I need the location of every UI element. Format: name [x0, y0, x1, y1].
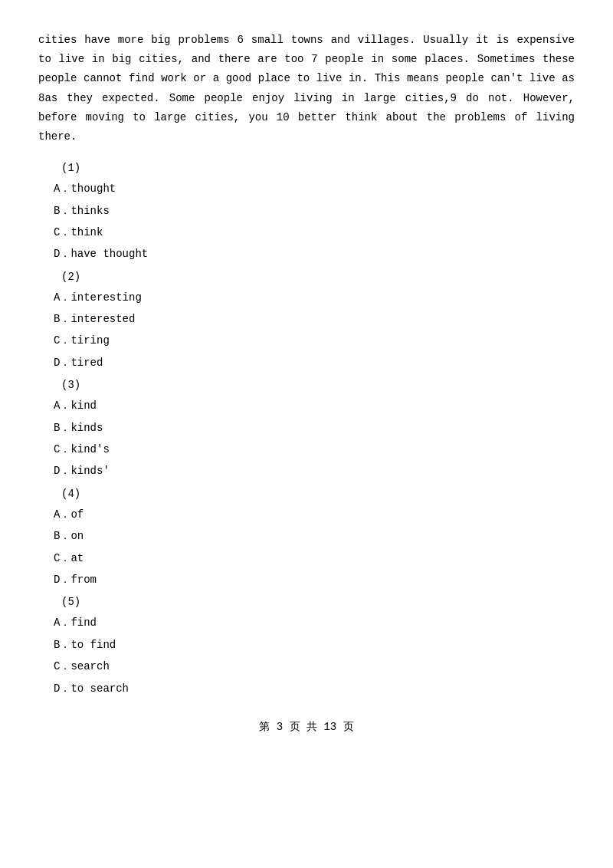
question-3-option-3[interactable]: C．kind's	[54, 441, 575, 458]
question-4-option-2[interactable]: B．on	[54, 528, 575, 544]
page-footer: 第 3 页 共 13 页	[38, 720, 575, 734]
question-2-option-2[interactable]: B．interested	[54, 311, 575, 327]
question-3-option-4[interactable]: D．kinds'	[54, 462, 575, 479]
question-5-option-3[interactable]: C．search	[54, 658, 575, 675]
footer-text: 第 3 页 共 13 页	[259, 721, 353, 733]
question-5-option-4[interactable]: D．to search	[54, 680, 575, 697]
question-1-option-3[interactable]: C．think	[54, 224, 575, 241]
question-2-option-1[interactable]: A．interesting	[54, 289, 575, 306]
question-5-option-2[interactable]: B．to find	[54, 636, 575, 653]
question-1-option-1[interactable]: A．thought	[54, 180, 575, 197]
question-group-2: (2)A．interestingB．interestedC．tiringD．ti…	[38, 271, 575, 372]
question-group-4: (4)A．ofB．onC．atD．from	[38, 488, 575, 589]
question-5-option-1[interactable]: A．find	[54, 614, 575, 631]
passage-paragraph: cities have more big problems 6 small to…	[38, 31, 575, 146]
question-3-option-2[interactable]: B．kinds	[54, 419, 575, 436]
question-number-5: (5)	[61, 596, 575, 608]
question-4-option-4[interactable]: D．from	[54, 571, 575, 588]
question-3-option-1[interactable]: A．kind	[54, 397, 575, 414]
question-number-4: (4)	[61, 488, 575, 500]
question-2-option-3[interactable]: C．tiring	[54, 332, 575, 349]
question-4-option-3[interactable]: C．at	[54, 550, 575, 567]
question-number-2: (2)	[61, 271, 575, 283]
question-group-5: (5)A．findB．to findC．searchD．to search	[38, 596, 575, 697]
questions-container: (1)A．thoughtB．thinksC．thinkD．have though…	[38, 162, 575, 697]
main-content: cities have more big problems 6 small to…	[38, 31, 575, 734]
question-number-3: (3)	[61, 379, 575, 391]
question-2-option-4[interactable]: D．tired	[54, 354, 575, 371]
question-1-option-4[interactable]: D．have thought	[54, 245, 575, 262]
question-group-1: (1)A．thoughtB．thinksC．thinkD．have though…	[38, 162, 575, 263]
question-group-3: (3)A．kindB．kindsC．kind'sD．kinds'	[38, 379, 575, 480]
question-1-option-2[interactable]: B．thinks	[54, 202, 575, 219]
passage-text: cities have more big problems 6 small to…	[38, 34, 575, 143]
question-number-1: (1)	[61, 162, 575, 174]
question-4-option-1[interactable]: A．of	[54, 506, 575, 523]
